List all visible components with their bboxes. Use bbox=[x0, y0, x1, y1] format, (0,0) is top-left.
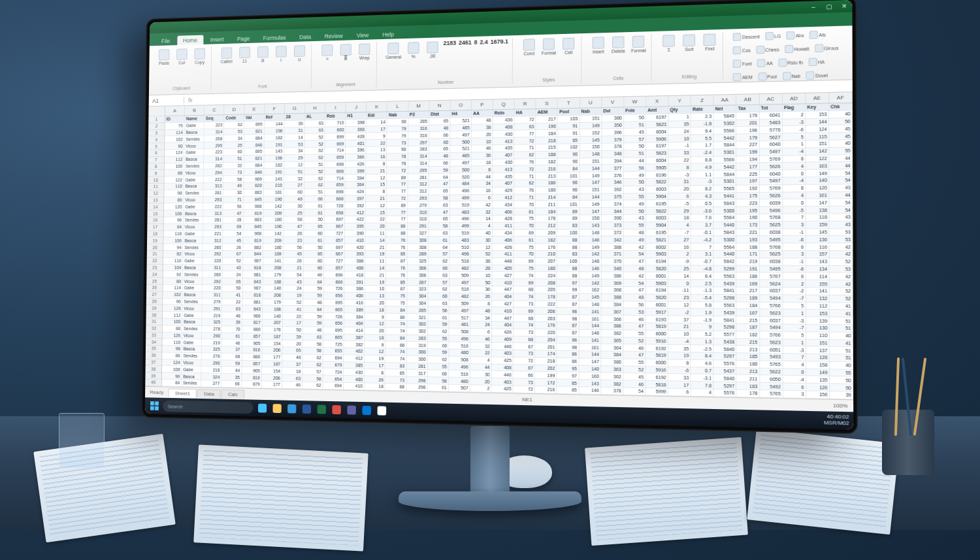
cell[interactable]: Sendes bbox=[182, 299, 202, 305]
cell[interactable]: 280 bbox=[203, 244, 223, 250]
cell[interactable]: 175 bbox=[736, 192, 759, 199]
cell[interactable]: 6040 bbox=[759, 141, 782, 148]
cell[interactable]: 290 bbox=[202, 333, 222, 339]
cell[interactable]: 83 bbox=[557, 251, 580, 257]
cell[interactable]: 694 bbox=[323, 355, 344, 361]
cell[interactable]: 206 bbox=[262, 347, 282, 354]
cell[interactable]: 497 bbox=[449, 307, 471, 314]
cell[interactable]: 151 bbox=[580, 186, 602, 193]
ribbon-btn-cell[interactable]: Cell bbox=[560, 36, 577, 56]
cell[interactable]: 295 bbox=[408, 167, 429, 174]
cell[interactable]: 817 bbox=[242, 320, 263, 326]
cell[interactable]: -6 bbox=[783, 126, 806, 133]
ribbon-btn-b[interactable]: B bbox=[255, 45, 270, 65]
cell[interactable]: 499 bbox=[449, 223, 471, 229]
cell[interactable]: 13 bbox=[367, 146, 387, 153]
row-header[interactable]: 6 bbox=[148, 150, 165, 157]
cell[interactable]: 20 bbox=[668, 186, 691, 192]
cell[interactable]: 62 bbox=[302, 361, 323, 368]
cell[interactable]: 21 bbox=[283, 265, 303, 271]
cell[interactable]: 42 bbox=[829, 251, 853, 257]
row-header[interactable]: 30 bbox=[146, 312, 163, 319]
cell[interactable]: 181 bbox=[264, 189, 284, 195]
row-header[interactable]: 20 bbox=[147, 244, 163, 251]
cell[interactable]: 844 bbox=[243, 251, 263, 257]
ribbon-label-fnle[interactable]: Fnle bbox=[732, 85, 753, 95]
select-all-corner[interactable] bbox=[148, 107, 165, 117]
cell[interactable]: 519 bbox=[449, 230, 471, 237]
cell[interactable]: 5 bbox=[783, 332, 806, 339]
cell[interactable]: 147 bbox=[579, 358, 601, 365]
cell[interactable]: 203 bbox=[535, 315, 557, 321]
cell[interactable]: 54 bbox=[283, 271, 303, 278]
cell[interactable]: -3 bbox=[783, 346, 806, 354]
cell[interactable]: 65 bbox=[223, 278, 243, 285]
cell[interactable]: 727 bbox=[324, 230, 345, 237]
ribbon-tab-review[interactable]: Review bbox=[318, 31, 349, 41]
cell[interactable]: 103 bbox=[558, 116, 580, 122]
cell[interactable]: 430 bbox=[493, 159, 514, 165]
cell[interactable]: Vicoo bbox=[182, 359, 202, 366]
cell[interactable]: 5765 bbox=[760, 361, 783, 368]
cell[interactable]: 5843 bbox=[713, 229, 736, 235]
cell[interactable]: 97 bbox=[557, 372, 579, 380]
cell[interactable]: 74 bbox=[514, 272, 535, 278]
col-header-R[interactable]: R bbox=[515, 99, 536, 109]
cell[interactable]: 54 bbox=[829, 206, 853, 213]
cell[interactable]: 724 bbox=[323, 369, 344, 375]
cell[interactable]: 223 bbox=[204, 149, 224, 156]
cell[interactable]: 394 bbox=[602, 157, 624, 164]
cell[interactable]: 76 bbox=[386, 237, 407, 244]
cell[interactable]: 147 bbox=[580, 179, 602, 186]
cell[interactable]: 58 bbox=[223, 176, 244, 182]
cell[interactable]: 12 bbox=[366, 202, 387, 208]
cell[interactable]: 45 bbox=[223, 237, 243, 244]
cell[interactable]: 144 bbox=[265, 121, 285, 127]
ribbon-btn-cond[interactable]: Cond bbox=[521, 37, 538, 58]
ribbon-btn-u[interactable]: U bbox=[291, 44, 308, 63]
cell[interactable]: 10 bbox=[668, 331, 691, 337]
cell[interactable]: 210 bbox=[536, 251, 557, 257]
cell[interactable]: 147 bbox=[580, 208, 602, 214]
field-header[interactable]: Rsto bbox=[493, 110, 515, 116]
cell[interactable]: 5497 bbox=[760, 178, 783, 184]
cell[interactable]: 6194 bbox=[646, 258, 668, 265]
col-header-AC[interactable]: AC bbox=[759, 93, 782, 104]
cell[interactable]: 394 bbox=[346, 174, 367, 181]
cell[interactable]: 21 bbox=[365, 272, 386, 278]
cell[interactable]: -7 bbox=[668, 229, 691, 236]
cell[interactable]: 4 bbox=[668, 222, 691, 228]
cell[interactable]: 220 bbox=[535, 329, 557, 336]
cell[interactable]: 50 bbox=[283, 327, 303, 333]
col-header-P[interactable]: P bbox=[472, 99, 493, 110]
cell[interactable]: 520 bbox=[450, 174, 472, 180]
cell[interactable]: 100 bbox=[557, 229, 580, 236]
cell[interactable]: 499 bbox=[450, 195, 472, 201]
row-header[interactable]: 22 bbox=[147, 257, 163, 264]
cell[interactable]: 205 bbox=[536, 286, 557, 293]
ribbon-btn-insert[interactable]: Insert bbox=[590, 35, 608, 56]
cell[interactable]: 5766 bbox=[760, 302, 783, 308]
cell[interactable]: 61 bbox=[429, 237, 449, 243]
cell[interactable]: 40 bbox=[830, 362, 853, 369]
cell[interactable]: 37 bbox=[222, 346, 242, 353]
cell[interactable]: 385 bbox=[344, 362, 365, 369]
cell[interactable]: 5845 bbox=[713, 112, 736, 120]
cell[interactable]: -5 bbox=[668, 200, 691, 206]
cell[interactable]: -4.2 bbox=[691, 237, 714, 243]
cell[interactable]: 5765 bbox=[760, 390, 783, 397]
cell[interactable]: 384 bbox=[601, 352, 623, 358]
cell[interactable]: 37 bbox=[668, 316, 691, 323]
cell[interactable]: 182 bbox=[536, 237, 557, 243]
cell[interactable]: 72 bbox=[515, 116, 536, 123]
cell[interactable]: 188 bbox=[263, 306, 283, 312]
cell[interactable]: 6000 bbox=[645, 359, 668, 367]
cell[interactable]: 408 bbox=[493, 124, 515, 130]
field-header[interactable]: Tax bbox=[736, 105, 759, 112]
cell[interactable]: 50 bbox=[624, 179, 646, 186]
cell[interactable]: 5626 bbox=[760, 192, 783, 199]
cell[interactable]: 348 bbox=[602, 150, 624, 157]
cell[interactable]: 214 bbox=[536, 194, 557, 201]
cell[interactable]: 62 bbox=[302, 354, 323, 361]
cell[interactable]: 6001 bbox=[646, 301, 668, 308]
